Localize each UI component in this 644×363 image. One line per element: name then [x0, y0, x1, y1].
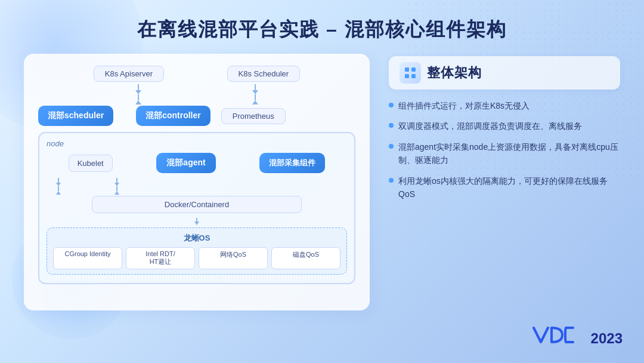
node-box: node Kubelet 混部agent 混部采集组件 — [38, 132, 355, 284]
architecture-diagram: K8s Apiserver K8s Scheduler — [24, 54, 370, 310]
svg-rect-0 — [405, 67, 409, 72]
bullet-dot-1 — [389, 103, 394, 107]
vdc-text — [532, 325, 586, 351]
kubelet-box: Kubelet — [69, 155, 113, 172]
prometheus-box: Prometheus — [221, 108, 286, 124]
vdc-logo: 2023 — [532, 325, 623, 351]
k8s-scheduler-box: K8s Scheduler — [227, 66, 301, 82]
docker-box: Docker/Containerd — [92, 196, 302, 213]
architecture-icon — [400, 62, 421, 84]
lizard-module-cgroup: CGroup Identity — [53, 247, 122, 269]
node-label: node — [47, 139, 347, 148]
lizard-os-box: 龙蜥OS CGroup Identity Intel RDT/HT避让 网络Qo… — [47, 227, 347, 275]
page-title: 在离线混部平台实践 – 混部核心组件架构 — [0, 17, 644, 43]
bullet-list: 组件插件式运行，对原生K8s无侵入 双调度器模式，混部调度器负责调度在、离线服务… — [389, 99, 620, 201]
hun-agent-box: 混部agent — [156, 153, 216, 173]
svg-rect-3 — [411, 74, 416, 78]
bullet-item-1: 组件插件式运行，对原生K8s无侵入 — [389, 99, 620, 112]
bullet-dot-2 — [389, 123, 394, 128]
bullet-text-3: 混部agent实时采集node上资源使用数据，具备对离线cpu压制、驱逐能力 — [398, 140, 620, 167]
content-area: K8s Apiserver K8s Scheduler — [0, 54, 644, 310]
info-panel: 整体架构 组件插件式运行，对原生K8s无侵入 双调度器模式，混部调度器负责调度在… — [389, 54, 620, 201]
lizard-modules: CGroup Identity Intel RDT/HT避让 网络QoS 磁盘Q… — [53, 247, 340, 269]
bullet-text-1: 组件插件式运行，对原生K8s无侵入 — [398, 99, 530, 112]
hun-controller-box: 混部controller — [136, 106, 210, 126]
lizard-module-rdt: Intel RDT/HT避让 — [126, 247, 195, 269]
info-title: 整体架构 — [427, 64, 482, 82]
node-inner-row: Kubelet 混部agent 混部采集组件 — [47, 153, 347, 173]
lizard-module-network: 网络QoS — [199, 247, 268, 269]
page-title-area: 在离线混部平台实践 – 混部核心组件架构 — [0, 0, 644, 54]
hun-scheduler-box: 混部scheduler — [38, 106, 113, 126]
k8s-apiserver-box: K8s Apiserver — [94, 66, 164, 82]
diagram-layout: K8s Apiserver K8s Scheduler — [38, 66, 355, 284]
svg-rect-2 — [405, 74, 409, 78]
bullet-item-3: 混部agent实时采集node上资源使用数据，具备对离线cpu压制、驱逐能力 — [389, 140, 620, 167]
bullet-item-2: 双调度器模式，混部调度器负责调度在、离线服务 — [389, 119, 620, 133]
bullet-dot-3 — [389, 144, 394, 149]
vdc-year: 2023 — [591, 330, 623, 347]
hun-collect-box: 混部采集组件 — [259, 153, 325, 173]
svg-rect-1 — [411, 67, 416, 72]
lizard-os-title: 龙蜥OS — [53, 233, 340, 244]
lizard-module-disk: 磁盘QoS — [271, 247, 340, 269]
bullet-dot-4 — [389, 178, 394, 183]
info-title-row: 整体架构 — [389, 56, 620, 90]
bullet-item-4: 利用龙蜥os内核强大的隔离能力，可更好的保障在线服务QoS — [389, 174, 620, 201]
bullet-text-4: 利用龙蜥os内核强大的隔离能力，可更好的保障在线服务QoS — [398, 174, 620, 201]
bullet-text-2: 双调度器模式，混部调度器负责调度在、离线服务 — [398, 119, 582, 133]
